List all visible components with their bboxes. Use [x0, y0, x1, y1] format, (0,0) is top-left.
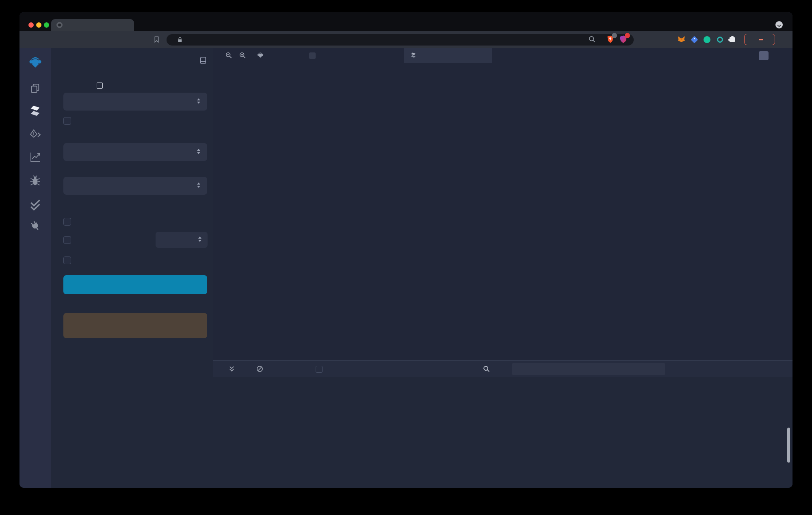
bookmark-icon[interactable]: [154, 36, 160, 45]
minimize-window-button[interactable]: [36, 22, 41, 28]
brave-shield-icon[interactable]: [606, 35, 614, 45]
file-explorer-icon[interactable]: [19, 83, 51, 94]
tab-search-icon[interactable]: [775, 21, 783, 28]
teal-extension-icon[interactable]: [717, 37, 723, 43]
select-caret-icon: [197, 98, 201, 104]
update-button[interactable]: [744, 34, 775, 45]
clear-console-icon[interactable]: [256, 365, 263, 374]
search-icon: [483, 365, 490, 374]
debugger-bug-icon[interactable]: [19, 175, 51, 187]
nightly-builds-checkbox[interactable]: [63, 117, 71, 125]
transaction-search-input[interactable]: [512, 363, 665, 375]
browser-tab[interactable]: [51, 19, 134, 31]
optimization-runs-stepper[interactable]: [156, 232, 208, 248]
extensions-area: [678, 31, 735, 48]
no-contract-warning: [63, 313, 207, 338]
static-analysis-icon[interactable]: [19, 199, 51, 211]
adguard-badge: [625, 33, 630, 38]
deploy-run-icon[interactable]: [19, 129, 51, 140]
address-bar-icons: [589, 34, 627, 46]
compiler-version-select[interactable]: [63, 93, 207, 111]
select-caret-icon: [197, 149, 201, 154]
home-tab-icon: [257, 52, 264, 60]
code-editor[interactable]: [213, 63, 793, 360]
browser-window: [19, 12, 793, 488]
icon-rail: [19, 48, 51, 488]
menu-icon: [759, 37, 763, 42]
plugin-manager-icon[interactable]: [19, 221, 51, 231]
select-caret-icon: [197, 183, 201, 188]
solidity-file-icon: [411, 52, 416, 60]
add-compiler-icon[interactable]: [97, 83, 103, 89]
stepper-caret-icon: [198, 237, 202, 242]
enable-optimization-checkbox[interactable]: [63, 236, 71, 244]
solidity-compiler-icon[interactable]: [19, 105, 51, 117]
shield-badge: [612, 33, 617, 38]
listen-network-checkbox[interactable]: [316, 366, 323, 373]
zoom-in-icon[interactable]: [239, 52, 246, 60]
zoom-page-icon[interactable]: [589, 36, 595, 44]
remix-logo-icon[interactable]: [19, 56, 51, 68]
remix-app: [19, 48, 793, 488]
zoom-out-icon[interactable]: [225, 52, 232, 60]
hide-warnings-row: [63, 256, 76, 264]
tab-storage-sol[interactable]: [404, 48, 492, 63]
enable-optimization-row: [63, 236, 76, 244]
nightly-builds-row: [63, 117, 76, 125]
editor-tab-bar: [213, 48, 793, 63]
terminal-header: [213, 360, 793, 377]
tag-extension-icon[interactable]: [691, 36, 698, 43]
browser-toolbar: [19, 31, 793, 48]
desktop: [0, 0, 812, 515]
remix-favicon-icon: [56, 22, 63, 28]
main-area: [213, 48, 793, 488]
lock-icon: [177, 37, 183, 45]
hide-warnings-checkbox[interactable]: [63, 256, 71, 264]
expand-terminal-icon[interactable]: [229, 365, 235, 374]
divider: [601, 37, 601, 43]
divider: [51, 303, 213, 303]
documentation-book-icon[interactable]: [199, 56, 207, 66]
new-tab-button[interactable]: [139, 18, 149, 28]
close-window-button[interactable]: [28, 22, 34, 28]
metamask-icon[interactable]: [678, 35, 685, 44]
auto-compile-row: [63, 218, 76, 226]
browser-tab-bar: [19, 12, 793, 31]
language-select[interactable]: [63, 143, 207, 161]
js-file-icon: [309, 52, 316, 59]
evm-version-select[interactable]: [63, 177, 207, 195]
extensions-puzzle-icon[interactable]: [730, 37, 735, 42]
compile-button[interactable]: [63, 275, 207, 294]
grammarly-icon[interactable]: [704, 36, 710, 43]
adguard-icon[interactable]: [619, 35, 627, 45]
analytics-icon[interactable]: [19, 152, 51, 163]
address-bar[interactable]: [167, 34, 634, 46]
auto-compile-checkbox[interactable]: [63, 218, 71, 226]
maximize-window-button[interactable]: [44, 22, 49, 28]
terminal-scrollbar[interactable]: [787, 428, 790, 463]
terminal-body[interactable]: [213, 377, 793, 488]
tabs-count-dropdown[interactable]: [759, 51, 769, 60]
compiler-panel: [51, 48, 213, 488]
